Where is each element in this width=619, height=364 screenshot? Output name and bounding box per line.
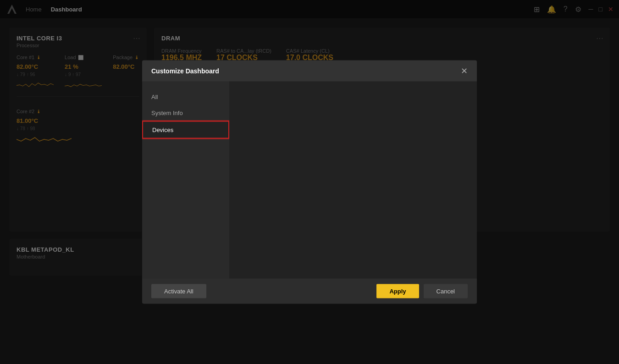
sidebar-item-system-info[interactable]: System Info — [142, 105, 229, 121]
apply-button[interactable]: Apply — [376, 284, 419, 298]
modal-header: Customize Dashboard ✕ — [142, 61, 477, 82]
sidebar-item-all[interactable]: All — [142, 89, 229, 105]
cancel-button[interactable]: Cancel — [424, 284, 468, 298]
sidebar-item-devices[interactable]: Devices — [142, 121, 229, 139]
modal-close-button[interactable]: ✕ — [461, 67, 468, 75]
modal-footer: Activate All Apply Cancel — [142, 279, 477, 304]
modal-title: Customize Dashboard — [151, 67, 219, 75]
footer-right-buttons: Apply Cancel — [376, 284, 468, 298]
modal-content-area — [229, 82, 477, 279]
modal-sidebar: All System Info Devices — [142, 82, 229, 279]
customize-dashboard-modal: Customize Dashboard ✕ All System Info De… — [142, 61, 477, 304]
activate-all-button[interactable]: Activate All — [151, 284, 206, 298]
modal-body: All System Info Devices — [142, 82, 477, 279]
